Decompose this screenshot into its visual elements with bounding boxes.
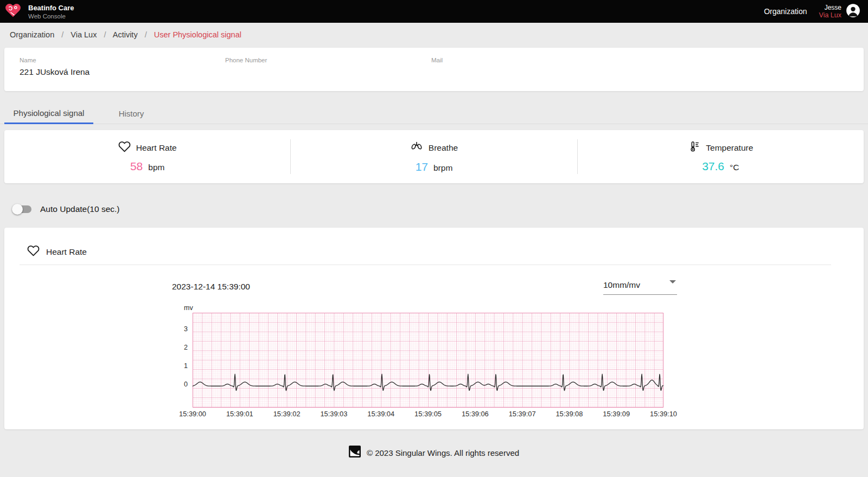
heart-icon xyxy=(118,140,131,155)
vital-breathe: Breathe 17 brpm xyxy=(291,130,577,183)
top-bar: Beatinfo Care Web Console Organization J… xyxy=(0,0,868,23)
breadcrumb-via-lux[interactable]: Via Lux xyxy=(71,30,97,39)
lungs-icon xyxy=(410,140,423,156)
breadcrumb-activity[interactable]: Activity xyxy=(113,30,138,39)
mv-scale-value: 10mm/mv xyxy=(603,280,640,289)
mail-field: Mail xyxy=(431,57,443,67)
vital-temperature: Temperature 37.6 °C xyxy=(578,130,864,183)
breadcrumb-separator: / xyxy=(61,30,63,39)
ecg-chart xyxy=(193,313,663,408)
name-label: Name xyxy=(20,57,90,63)
breathe-label: Breathe xyxy=(429,143,458,153)
avatar-icon[interactable] xyxy=(846,3,860,20)
ecg-y-tick-label: 1 xyxy=(166,362,188,370)
app-subtitle: Web Console xyxy=(28,12,74,20)
auto-update-row: Auto Update(10 sec.) xyxy=(12,204,119,215)
ecg-x-tick-label: 15:39:02 xyxy=(273,410,301,418)
phone-label: Phone Number xyxy=(225,57,267,63)
breathe-value: 17 xyxy=(416,160,428,173)
thermometer-icon xyxy=(688,140,700,155)
ecg-x-tick-label: 15:39:07 xyxy=(509,410,536,418)
mail-label: Mail xyxy=(431,57,443,63)
user-name: Jesse xyxy=(819,4,841,11)
breadcrumb-current-page: User Physiological signal xyxy=(154,30,241,39)
phone-field: Phone Number xyxy=(225,57,267,67)
heart-rate-unit: bpm xyxy=(148,163,164,172)
ecg-x-tick-label: 15:39:01 xyxy=(226,410,253,418)
ecg-x-tick-label: 15:39:10 xyxy=(650,410,677,418)
ecg-x-tick-label: 15:39:06 xyxy=(462,410,489,418)
footer: © 2023 Singular Wings. All rights reserv… xyxy=(0,446,868,460)
ecg-y-tick-label: 2 xyxy=(166,344,188,351)
auto-update-toggle[interactable] xyxy=(12,204,33,215)
heart-rate-label: Heart Rate xyxy=(136,143,177,153)
ecg-chart-area: mv 012315:39:0015:39:0115:39:0215:39:031… xyxy=(4,301,864,427)
mv-scale-select[interactable]: 10mm/mv xyxy=(603,280,677,295)
ecg-x-tick-label: 15:39:04 xyxy=(367,410,394,418)
vitals-card: Heart Rate 58 bpm Breathe 17 brpm xyxy=(4,130,864,183)
tab-physiological-signal[interactable]: Physiological signal xyxy=(4,103,93,124)
ecg-x-tick-label: 15:39:08 xyxy=(556,410,583,418)
breadcrumb-separator: / xyxy=(145,30,147,39)
ecg-y-tick-label: 0 xyxy=(166,381,188,388)
temperature-value: 37.6 xyxy=(702,160,724,173)
copyright-text: © 2023 Singular Wings. All rights reserv… xyxy=(367,448,519,457)
ecg-x-tick-label: 15:39:03 xyxy=(320,410,347,418)
user-menu[interactable]: Jesse Via Lux xyxy=(819,3,860,20)
heart-icon xyxy=(27,244,40,259)
breadcrumb: Organization / Via Lux / Activity / User… xyxy=(10,30,241,39)
breadcrumb-separator: / xyxy=(104,30,106,39)
ecg-x-tick-label: 15:39:00 xyxy=(179,410,206,418)
breadcrumb-organization[interactable]: Organization xyxy=(10,30,54,39)
ecg-x-tick-label: 15:39:09 xyxy=(603,410,630,418)
ecg-y-tick-label: 3 xyxy=(166,325,188,333)
temperature-unit: °C xyxy=(730,163,739,172)
ecg-x-tick-label: 15:39:05 xyxy=(414,410,442,418)
app-logo[interactable]: Beatinfo Care Web Console xyxy=(4,2,74,21)
tab-history[interactable]: History xyxy=(93,103,169,124)
app-title: Beatinfo Care xyxy=(28,4,74,12)
singular-wings-logo-icon xyxy=(349,446,361,460)
auto-update-label: Auto Update(10 sec.) xyxy=(40,204,119,214)
heart-logo-icon xyxy=(4,2,22,21)
tab-bar: Physiological signal History xyxy=(4,103,169,124)
patient-info-card: Name 221 JUsková Irena Phone Number Mail xyxy=(4,48,864,91)
vital-heart-rate: Heart Rate 58 bpm xyxy=(4,130,290,183)
chart-timestamp: 2023-12-14 15:39:00 xyxy=(172,282,250,292)
ecg-y-axis-title: mv xyxy=(184,304,193,312)
name-value: 221 JUsková Irena xyxy=(20,67,90,77)
user-organization: Via Lux xyxy=(819,11,841,20)
heart-rate-value: 58 xyxy=(130,160,143,173)
chart-section-title: Heart Rate xyxy=(46,247,87,257)
chevron-down-icon xyxy=(669,280,676,283)
nav-organization[interactable]: Organization xyxy=(764,7,807,16)
temperature-label: Temperature xyxy=(706,143,753,153)
breathe-unit: brpm xyxy=(433,163,452,173)
name-field: Name 221 JUsková Irena xyxy=(20,57,90,77)
section-divider xyxy=(20,265,831,265)
heart-rate-chart-card: Heart Rate 2023-12-14 15:39:00 10mm/mv m… xyxy=(4,228,864,429)
